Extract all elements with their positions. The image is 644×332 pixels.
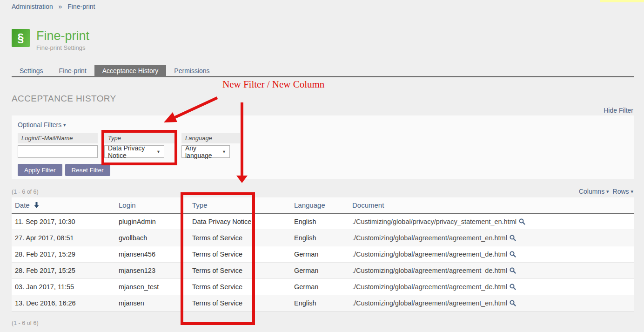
cell-language: English (291, 213, 349, 230)
rows-menu[interactable]: Rows ▾ (613, 188, 633, 195)
language-filter-select[interactable]: Any language ▼ (181, 145, 230, 158)
cell-document-path: ./Custimizing/global/privacy/privacy_sta… (352, 218, 517, 225)
reset-filter-button[interactable]: Reset Filter (65, 164, 110, 176)
cell-type: Terms of Service (189, 263, 291, 279)
cell-type: Terms of Service (189, 295, 291, 312)
cell-login: mjansen456 (115, 246, 189, 263)
cell-type: Terms of Service (189, 279, 291, 295)
tab-bar: Settings Fine-print Acceptance History P… (12, 65, 634, 77)
login-filter-label: Login/E-Mail/Name (18, 133, 98, 143)
table-menus: Columns ▾Rows ▾ (575, 188, 633, 195)
tab-permissions[interactable]: Permissions (166, 65, 217, 76)
column-header-type-label: Type (192, 201, 208, 209)
filter-panel: Optional Filters ▾ Login/E-Mail/Name Typ… (12, 115, 634, 179)
page-header: § Fine-print Fine-print Settings (12, 29, 89, 51)
cell-login: mjansen_test (115, 279, 189, 295)
cell-language: German (291, 279, 349, 295)
rows-menu-label: Rows (613, 188, 629, 195)
column-header-date-label: Date (15, 201, 30, 209)
search-icon[interactable] (510, 284, 516, 290)
search-icon[interactable] (510, 251, 516, 257)
table-row: 13. Dec 2016, 16:26 mjansen Terms of Ser… (12, 295, 634, 312)
chevron-down-icon: ▾ (606, 189, 609, 194)
search-icon[interactable] (510, 300, 516, 306)
type-filter-value: Data Privacy Notice (108, 144, 154, 159)
language-filter-label: Language (181, 133, 240, 143)
filter-group-language: Language Any language ▼ (181, 133, 240, 158)
page-subtitle: Fine-print Settings (36, 44, 89, 51)
select-caret-icon: ▼ (156, 149, 161, 154)
search-icon[interactable] (510, 235, 516, 241)
column-header-language[interactable]: Language (291, 197, 349, 213)
table-header-row: Date Login Type Language Document (12, 197, 634, 213)
cell-date: 03. Jan 2017, 11:55 (12, 279, 115, 295)
cell-login: pluginAdmin (115, 213, 189, 230)
apply-filter-button[interactable]: Apply Filter (18, 164, 62, 176)
acceptance-history-table: Date Login Type Language Document 11. Se… (12, 197, 634, 312)
annotation-arrow-filter (175, 98, 217, 117)
cell-date: 27. Apr 2017, 08:51 (12, 230, 115, 246)
cell-document-path: ./Customizing/global/agreement/agreement… (352, 251, 507, 258)
table-row: 03. Jan 2017, 11:55 mjansen_test Terms o… (12, 279, 634, 295)
column-header-date[interactable]: Date (12, 197, 115, 213)
cell-date: 28. Feb 2017, 15:29 (12, 246, 115, 263)
breadcrumb-separator: » (59, 3, 62, 10)
search-icon[interactable] (510, 267, 516, 274)
cell-document-path: ./Customizing/global/agreement/agreement… (352, 234, 507, 242)
table-row: 11. Sep 2017, 10:30 pluginAdmin Data Pri… (12, 213, 634, 230)
column-header-type[interactable]: Type (189, 197, 291, 213)
column-header-login[interactable]: Login (115, 197, 189, 213)
section-title: ACCEPTANCE HISTORY (12, 94, 116, 104)
column-header-login-label: Login (119, 201, 136, 209)
cell-language: German (291, 246, 349, 263)
columns-menu[interactable]: Columns ▾ (579, 188, 609, 195)
tab-fine-print[interactable]: Fine-print (51, 65, 94, 76)
cell-date: 13. Dec 2016, 16:26 (12, 295, 115, 312)
optional-filters-label: Optional Filters (18, 121, 61, 129)
table-row: 28. Feb 2017, 15:29 mjansen456 Terms of … (12, 246, 634, 263)
table-row: 28. Feb 2017, 15:25 mjansen123 Terms of … (12, 263, 634, 279)
result-count-top: (1 - 6 of 6) (12, 189, 39, 195)
search-icon[interactable] (519, 218, 525, 225)
cell-type: Terms of Service (189, 230, 291, 246)
cell-login: gvollbach (115, 230, 189, 246)
tab-settings[interactable]: Settings (12, 65, 51, 76)
page-title: Fine-print (36, 29, 89, 43)
cell-document-path: ./Customizing/global/agreement/agreement… (352, 283, 507, 291)
login-filter-input[interactable] (18, 145, 98, 158)
result-count-bottom: (1 - 6 of 6) (12, 320, 39, 326)
column-header-language-label: Language (294, 201, 325, 209)
cell-type: Data Privacy Notice (189, 213, 291, 230)
cell-date: 11. Sep 2017, 10:30 (12, 213, 115, 230)
column-header-document-label: Document (352, 201, 384, 209)
annotation-text: New Filter / New Column (222, 79, 324, 90)
filter-group-login: Login/E-Mail/Name (18, 133, 98, 158)
cell-date: 28. Feb 2017, 15:25 (12, 263, 115, 279)
breadcrumb-administration[interactable]: Administration (12, 3, 53, 10)
chevron-down-icon: ▾ (631, 189, 633, 194)
cell-document-path: ./Customizing/global/agreement/agreement… (352, 299, 507, 307)
optional-filters-toggle[interactable]: Optional Filters ▾ (18, 121, 66, 129)
table-row: 27. Apr 2017, 08:51 gvollbach Terms of S… (12, 230, 634, 246)
cell-language: English (291, 230, 349, 246)
hide-filter-link[interactable]: Hide Filter (604, 107, 633, 114)
filter-group-type: Type Data Privacy Notice ▼ (104, 133, 175, 158)
breadcrumb-fine-print[interactable]: Fine-print (67, 3, 95, 10)
select-caret-icon: ▼ (222, 149, 226, 154)
type-filter-label: Type (104, 133, 175, 143)
fine-print-icon: § (12, 29, 30, 47)
tab-acceptance-history[interactable]: Acceptance History (94, 65, 167, 76)
language-filter-value: Any language (185, 144, 219, 159)
section-sign-glyph: § (18, 31, 24, 45)
column-header-document[interactable]: Document (349, 197, 634, 213)
cell-language: English (291, 295, 349, 312)
sort-descending-icon (34, 202, 39, 208)
cell-login: mjansen (115, 295, 189, 312)
type-filter-select[interactable]: Data Privacy Notice ▼ (104, 145, 164, 158)
columns-menu-label: Columns (579, 188, 604, 195)
cell-document-path: ./Customizing/global/agreement/agreement… (352, 267, 507, 274)
cell-language: German (291, 263, 349, 279)
cell-type: Terms of Service (189, 246, 291, 263)
chevron-down-icon: ▾ (63, 122, 66, 128)
highlight-strip (600, 0, 644, 2)
